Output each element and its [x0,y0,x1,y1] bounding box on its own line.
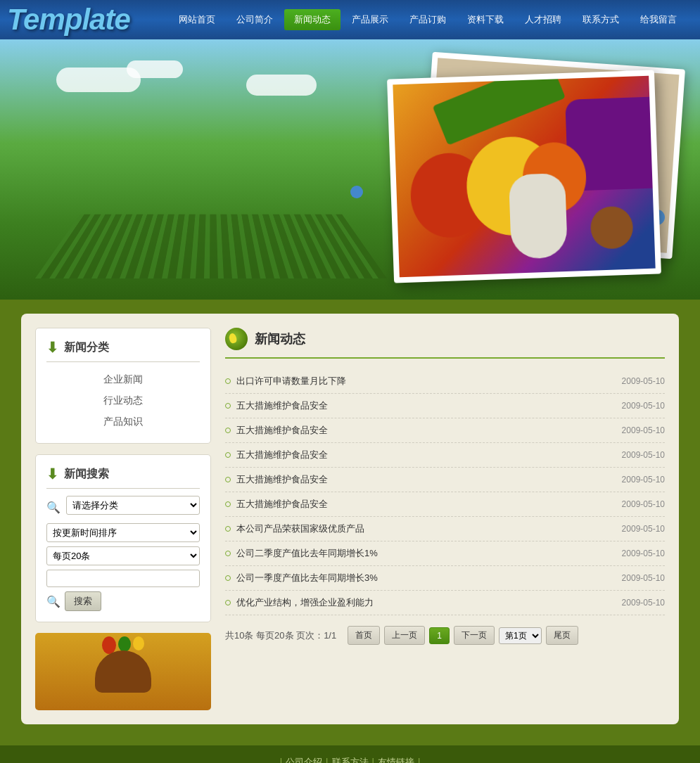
nav-order[interactable]: 产品订购 [400,9,456,30]
news-category-section: ⬇ 新闻分类 企业新闻 行业动态 产品知识 [35,328,211,444]
per-page-select[interactable]: 每页20条 每页10条 每页50条 [46,546,200,565]
last-page-button[interactable]: 尾页 [546,626,578,645]
news-item: 公司一季度产值比去年同期增长3% 2009-05-10 [225,566,665,591]
sidebar: ⬇ 新闻分类 企业新闻 行业动态 产品知识 ⬇ 新闻搜索 🔍 请选择分类 [35,328,211,710]
site-logo: Template [7,3,169,37]
main-nav: 网站首页 公司简介 新闻动态 产品展示 产品订购 资料下载 人才招聘 联系方式 … [169,9,687,30]
news-date: 2009-05-10 [622,450,665,460]
search-icon: 🔍 [46,595,61,608]
news-bullet [225,403,231,409]
news-bullet [225,575,231,581]
veggie-brown [590,206,634,250]
category-product-knowledge[interactable]: 产品知识 [46,411,200,432]
basket [95,650,151,693]
basket-container [95,650,151,693]
nav-about[interactable]: 公司简介 [227,9,283,30]
news-date: 2009-05-10 [622,401,665,411]
nav-products[interactable]: 产品展示 [342,9,398,30]
vegetable-photo [387,70,661,283]
veggie-green [433,76,566,146]
news-link[interactable]: 公司二季度产值比去年同期增长1% [236,547,378,560]
blue-dot-decoration [350,186,363,198]
sidebar-veggie-image [35,633,211,710]
category-select[interactable]: 请选择分类 [66,496,200,515]
footer-link-contact[interactable]: 联系方法 [332,756,369,763]
current-page-button[interactable]: 1 [429,627,450,644]
news-date: 2009-05-10 [622,549,665,558]
prev-page-button[interactable]: 上一页 [384,626,425,645]
news-section: 新闻动态 出口许可申请数量月比下降 2009-05-10 五大措施维护食品安全 … [225,328,665,710]
news-item: 五大措施维护食品安全 2009-05-10 [225,492,665,517]
veg-broccoli [118,636,131,652]
nav-message[interactable]: 给我留言 [630,9,687,30]
news-bullet [225,501,231,507]
news-link[interactable]: 五大措施维护食品安全 [236,498,328,511]
news-link[interactable]: 五大措施维护食品安全 [236,473,328,486]
next-page-button[interactable]: 下一页 [454,626,495,645]
news-section-icon [225,328,248,350]
news-date: 2009-05-10 [622,524,665,534]
news-search-section: ⬇ 新闻搜索 🔍 请选择分类 按更新时间排序 按标题排序 每页20条 每页10条 [35,454,211,622]
news-date: 2009-05-10 [622,475,665,485]
news-date: 2009-05-10 [622,376,665,386]
nav-home[interactable]: 网站首页 [169,9,225,30]
news-bullet [225,526,231,532]
nav-news[interactable]: 新闻动态 [284,9,341,30]
news-bullet [225,378,231,384]
news-link[interactable]: 出口许可申请数量月比下降 [236,375,346,387]
header: Template 网站首页 公司简介 新闻动态 产品展示 产品订购 资料下载 人… [0,0,700,39]
news-link[interactable]: 五大措施维护食品安全 [236,449,328,461]
category-industry-dynamics[interactable]: 行业动态 [46,390,200,411]
nav-download[interactable]: 资料下载 [457,9,514,30]
category-enterprise-news[interactable]: 企业新闻 [46,369,200,390]
nav-contact[interactable]: 联系方式 [573,9,629,30]
news-link[interactable]: 五大措施维护食品安全 [236,399,328,412]
news-item: 五大措施维护食品安全 2009-05-10 [225,418,665,443]
news-link[interactable]: 优化产业结构，增强企业盈利能力 [236,596,374,609]
news-bullet [225,428,231,433]
news-search-title: ⬇ 新闻搜索 [46,466,200,489]
nav-recruit[interactable]: 人才招聘 [515,9,571,30]
cloud-decoration [127,60,183,78]
footer-links: | 公司介绍 | 联系方法 | 友情链接 | [11,756,689,763]
news-link[interactable]: 本公司产品荣获国家级优质产品 [236,522,364,535]
news-link[interactable]: 公司一季度产值比去年同期增长3% [236,572,378,584]
search-button[interactable]: 搜索 [65,591,101,611]
news-link[interactable]: 五大措施维护食品安全 [236,424,328,437]
cloud-decoration [246,75,317,96]
main-content: ⬇ 新闻分类 企业新闻 行业动态 产品知识 ⬇ 新闻搜索 🔍 请选择分类 [0,300,700,745]
news-item: 五大措施维护食品安全 2009-05-10 [225,468,665,492]
news-item: 五大措施维护食品安全 2009-05-10 [225,394,665,418]
news-bullet [225,600,231,605]
news-category-title: ⬇ 新闻分类 [46,339,200,362]
veg-corn [133,636,144,650]
news-bullet [225,551,231,556]
content-box: ⬇ 新闻分类 企业新闻 行业动态 产品知识 ⬇ 新闻搜索 🔍 请选择分类 [21,314,679,724]
search-text-input[interactable] [46,570,200,587]
news-date: 2009-05-10 [622,499,665,509]
search-button-row: 🔍 搜索 [46,591,200,611]
pagination: 共10条 每页20条 页次：1/1 首页 上一页 1 下一页 第1页 尾页 [225,626,665,645]
category-icon: ⬇ [46,339,58,356]
news-item: 优化产业结构，增强企业盈利能力 2009-05-10 [225,591,665,615]
hero-banner [0,39,700,300]
news-item: 本公司产品荣获国家级优质产品 2009-05-10 [225,517,665,541]
pagination-info: 共10条 每页20条 页次：1/1 [225,629,336,642]
page-jump-select[interactable]: 第1页 [499,627,542,644]
news-list: 出口许可申请数量月比下降 2009-05-10 五大措施维护食品安全 2009-… [225,369,665,615]
news-section-title: 新闻动态 [255,331,305,347]
veggie-white [509,173,568,259]
news-bullet [225,452,231,458]
footer-link-about[interactable]: 公司介绍 [286,756,322,763]
news-date: 2009-05-10 [622,598,665,608]
photo-inner [393,76,655,278]
footer-link-friends[interactable]: 友情链接 [378,756,414,763]
news-item: 公司二季度产值比去年同期增长1% 2009-05-10 [225,541,665,566]
news-bullet [225,477,231,482]
sort-select[interactable]: 按更新时间排序 按标题排序 [46,523,200,542]
footer: | 公司介绍 | 联系方法 | 友情链接 | 蔬菜企业网站 Copyright(… [0,745,700,763]
news-date: 2009-05-10 [622,425,665,435]
first-page-button[interactable]: 首页 [348,626,380,645]
search-section-icon: ⬇ [46,466,58,482]
search-row: 🔍 请选择分类 [46,496,200,519]
